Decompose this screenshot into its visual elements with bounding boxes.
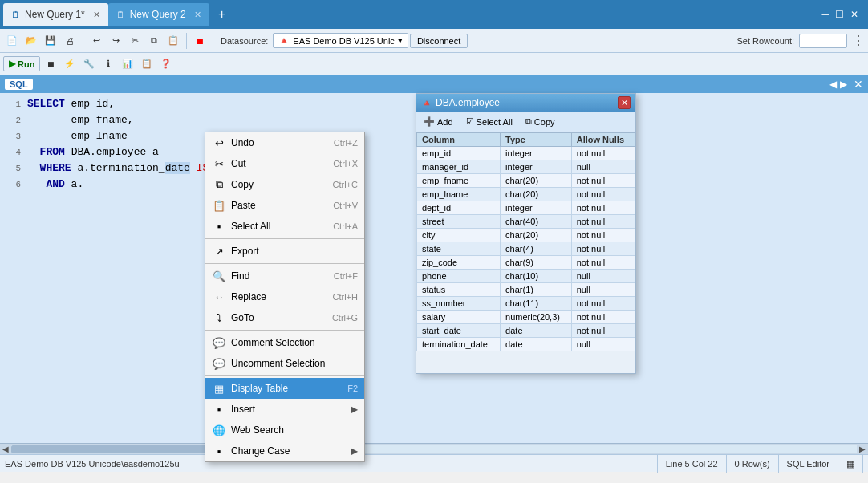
tab-bar: 🗒 New Query 1* ✕ 🗒 New Query 2 ✕ + ─ ☐ ✕: [0, 0, 868, 29]
tab-new-query-1[interactable]: 🗒 New Query 1* ✕: [3, 3, 108, 26]
close-window-button[interactable]: ✕: [850, 9, 858, 20]
col-header-type: Type: [501, 133, 572, 147]
dba-add-button[interactable]: ➕ Add: [420, 114, 457, 129]
print-button[interactable]: 🖨: [61, 32, 79, 50]
comment-icon: 💬: [212, 335, 226, 350]
dba-title-icon: 🔺: [421, 98, 432, 108]
disconnect-button[interactable]: Disconnect: [410, 34, 468, 48]
cm-insert[interactable]: ▪ Insert ▶: [205, 399, 364, 420]
cm-change-case[interactable]: ▪ Change Case ▶: [205, 440, 364, 461]
table-row[interactable]: statuschar(1)null: [417, 283, 635, 297]
dba-close-button[interactable]: ✕: [618, 96, 631, 109]
find-icon: 🔍: [212, 269, 226, 283]
tab2-close[interactable]: ✕: [194, 10, 201, 20]
stop-button[interactable]: ⏹: [191, 32, 209, 50]
redo-button[interactable]: ↪: [107, 32, 124, 50]
sep1: [83, 33, 83, 49]
datasource-select[interactable]: 🔺 EAS Demo DB V125 Unic ▾: [273, 33, 408, 48]
cm-sep3: [205, 330, 364, 331]
tab-new-query-2[interactable]: 🗒 New Query 2 ✕: [108, 3, 209, 26]
nav-arrows[interactable]: ◀ ▶: [829, 79, 847, 90]
status-line-col: Line 5 Col 22: [657, 455, 726, 473]
rowcount-label: Set Rowcount:: [736, 36, 794, 46]
scroll-track[interactable]: [11, 445, 857, 453]
cm-cut[interactable]: ✂ Cut Ctrl+X: [205, 153, 364, 174]
dba-copy-button[interactable]: ⧉ Copy: [521, 114, 559, 129]
table-row[interactable]: emp_lnamechar(20)not null: [417, 188, 635, 201]
table-row[interactable]: statechar(4)not null: [417, 242, 635, 256]
cm-selectall[interactable]: ▪ Select All Ctrl+A: [205, 216, 364, 237]
cut-icon: ✂: [212, 156, 226, 171]
dropdown-arrow-icon: ▾: [398, 35, 403, 46]
format-button[interactable]: 🔧: [80, 55, 98, 73]
scroll-left-button[interactable]: ◀: [0, 444, 11, 455]
tab1-close[interactable]: ✕: [93, 10, 100, 20]
cm-copy[interactable]: ⧉ Copy Ctrl+C: [205, 174, 364, 195]
stop-run-button[interactable]: ⏹: [42, 55, 59, 73]
change-case-icon: ▪: [212, 444, 226, 458]
window-controls: ─ ☐ ✕: [821, 9, 865, 20]
minimize-button[interactable]: ─: [821, 9, 829, 20]
table-button[interactable]: 📋: [138, 55, 156, 73]
table-row[interactable]: salarynumeric(20,3)not null: [417, 310, 635, 324]
open-button[interactable]: 📂: [22, 32, 40, 50]
table-row[interactable]: citychar(20)not null: [417, 229, 635, 242]
table-row[interactable]: zip_codechar(9)not null: [417, 256, 635, 270]
display-table-icon: ▦: [212, 381, 226, 396]
scroll-right-button[interactable]: ▶: [857, 444, 868, 455]
new-tab-button[interactable]: +: [213, 5, 232, 24]
table-row[interactable]: ss_numberchar(11)not null: [417, 297, 635, 310]
dba-table-scroll[interactable]: Column Type Allow Nulls emp_idintegernot…: [416, 132, 635, 373]
dba-toolbar: ➕ Add ☑ Select All ⧉ Copy: [416, 112, 635, 132]
cm-comment[interactable]: 💬 Comment Selection: [205, 332, 364, 353]
new-file-button[interactable]: 📄: [3, 32, 21, 50]
table-row[interactable]: streetchar(40)not null: [417, 215, 635, 229]
cm-find[interactable]: 🔍 Find Ctrl+F: [205, 266, 364, 286]
copy-button[interactable]: ⧉: [145, 32, 163, 50]
schema-button[interactable]: 📊: [119, 55, 136, 73]
save-button[interactable]: 💾: [42, 32, 59, 50]
col-header-allow-nulls: Allow Nulls: [571, 133, 635, 147]
status-icon-button[interactable]: ▦: [838, 455, 863, 473]
sql-panel-close[interactable]: ✕: [854, 78, 863, 91]
status-right: Line 5 Col 22 0 Row(s) SQL Editor ▦: [657, 455, 863, 473]
cut-button[interactable]: ✂: [126, 32, 144, 50]
table-row[interactable]: dept_idintegernot null: [417, 201, 635, 215]
undo-button[interactable]: ↩: [87, 32, 105, 50]
uncomment-icon: 💬: [212, 356, 226, 371]
dba-selectall-button[interactable]: ☑ Select All: [462, 114, 517, 129]
status-editor-mode: SQL Editor: [778, 455, 838, 473]
table-row[interactable]: manager_idintegernull: [417, 160, 635, 174]
cm-export[interactable]: ↗ Export: [205, 241, 364, 262]
explain-button[interactable]: ⚡: [61, 55, 79, 73]
paste-button[interactable]: 📋: [164, 32, 182, 50]
cm-uncomment[interactable]: 💬 Uncomment Selection: [205, 353, 364, 374]
table-row[interactable]: termination_datedatenull: [417, 338, 635, 351]
tab2-icon: 🗒: [116, 10, 125, 19]
cm-goto[interactable]: ⤵ GoTo Ctrl+G: [205, 307, 364, 328]
cm-web-search[interactable]: 🌐 Web Search: [205, 420, 364, 440]
maximize-button[interactable]: ☐: [835, 9, 844, 20]
copy-icon: ⧉: [212, 177, 226, 192]
table-row[interactable]: start_datedatenot null: [417, 324, 635, 338]
nav-left-icon[interactable]: ◀: [829, 79, 837, 90]
table-row[interactable]: emp_idintegernot null: [417, 147, 635, 160]
cm-display-table[interactable]: ▦ Display Table F2: [205, 378, 364, 399]
toolbar2: ▶ Run ⏹ ⚡ 🔧 ℹ 📊 📋 ❓: [0, 53, 868, 75]
info-button[interactable]: ℹ: [99, 55, 117, 73]
nav-right-icon[interactable]: ▶: [840, 79, 847, 90]
cm-paste[interactable]: 📋 Paste Ctrl+V: [205, 195, 364, 216]
status-bar: EAS Demo DB V125 Unicode\easdemo125u Lin…: [0, 454, 868, 472]
table-row[interactable]: phonechar(10)null: [417, 270, 635, 283]
dba-title: DBA.employee: [436, 97, 614, 108]
cm-sep1: [205, 238, 364, 239]
horizontal-scrollbar[interactable]: ◀ ▶: [0, 443, 868, 454]
table-row[interactable]: emp_fnamechar(20)not null: [417, 174, 635, 188]
rowcount-input[interactable]: [799, 34, 847, 48]
more-options-button[interactable]: ⋮: [852, 33, 865, 48]
run-button[interactable]: ▶ Run: [3, 56, 40, 71]
cm-undo[interactable]: ↩ Undo Ctrl+Z: [205, 132, 364, 153]
cm-replace[interactable]: ↔ Replace Ctrl+H: [205, 286, 364, 307]
help-button[interactable]: ❓: [157, 55, 175, 73]
replace-icon: ↔: [212, 290, 226, 304]
